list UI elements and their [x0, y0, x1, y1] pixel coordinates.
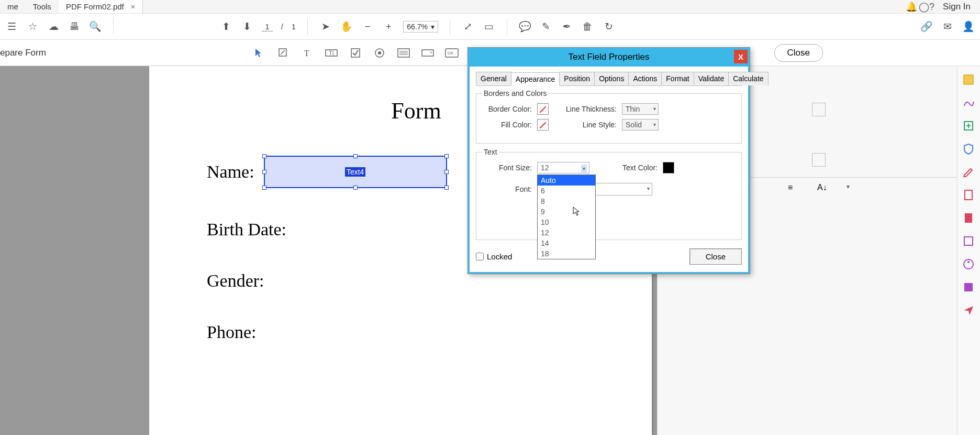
svg-point-6 [378, 51, 381, 55]
birth-date-label: Birth Date: [207, 220, 286, 240]
text-field-tool-icon[interactable]: T| [324, 45, 339, 61]
font-size-option-9[interactable]: 9 [538, 206, 595, 217]
delete-icon[interactable]: 🗑 [582, 20, 594, 33]
tab-general[interactable]: General [476, 72, 511, 85]
page-up-icon[interactable]: ⬆ [220, 20, 232, 33]
font-size-option-auto[interactable]: Auto [538, 175, 595, 186]
sign-in-link[interactable]: Sign In [933, 2, 980, 12]
search-icon[interactable]: 🔍 [89, 20, 102, 33]
note-tool-icon[interactable] [962, 73, 976, 87]
line-thickness-select[interactable]: Thin▾ [622, 103, 659, 115]
border-color-label: Border Color: [484, 105, 532, 113]
line-style-label: Line Style: [564, 121, 617, 129]
text-tool-icon[interactable]: T [299, 45, 315, 61]
button-tool-icon[interactable]: OK [444, 45, 460, 61]
rail-icon-1[interactable] [812, 103, 826, 116]
zoom-value: 66.7% [407, 23, 428, 31]
locked-checkbox[interactable] [476, 253, 484, 260]
tab-position[interactable]: Position [559, 72, 595, 85]
name-label: Name: [207, 162, 254, 182]
dialog-title-bar[interactable]: Text Field Properties X [468, 48, 750, 67]
svg-rect-25 [964, 283, 973, 291]
list-tool-icon[interactable] [396, 45, 411, 61]
fit-width-icon[interactable]: ⤢ [462, 20, 474, 33]
text-field-selected[interactable]: Text4 [264, 156, 447, 188]
export-tool-icon[interactable] [962, 119, 976, 133]
print-icon[interactable]: 🖶 [68, 20, 81, 33]
account-icon[interactable]: 👤 [962, 20, 975, 33]
close-tab-icon[interactable]: × [128, 3, 135, 11]
border-color-swatch[interactable] [537, 103, 549, 115]
tab-validate[interactable]: Validate [694, 72, 729, 85]
select-tool-icon[interactable]: ➤ [319, 20, 332, 33]
font-size-option-8[interactable]: 8 [538, 196, 595, 206]
text-field-properties-dialog: Text Field Properties X General Appearan… [467, 47, 750, 274]
font-size-option-6[interactable]: 6 [538, 186, 595, 196]
zoom-in-icon[interactable]: + [382, 20, 395, 33]
font-size-option-10[interactable]: 10 [538, 217, 595, 227]
tab-tools[interactable]: Tools [26, 0, 59, 13]
page-sep: / [281, 22, 283, 31]
tool-panel-strip [957, 66, 980, 435]
checkbox-tool-icon[interactable] [348, 45, 363, 61]
stamp-tool-icon[interactable] [962, 235, 976, 248]
radio-tool-icon[interactable] [372, 45, 387, 61]
rotate-icon[interactable]: ↻ [603, 20, 615, 33]
text-color-swatch[interactable] [663, 162, 674, 173]
dropdown-tool-icon[interactable] [420, 45, 436, 61]
tab-format[interactable]: Format [661, 72, 694, 85]
left-gutter [0, 66, 149, 435]
current-page[interactable]: 1 [262, 22, 272, 31]
cloud-upload-icon[interactable]: ☁ [47, 20, 60, 33]
zoom-dropdown[interactable]: 66.7%▾ [403, 21, 438, 32]
tab-options[interactable]: Options [594, 72, 629, 85]
help-icon[interactable]: ◯? [919, 1, 933, 13]
zoom-out-icon[interactable]: − [361, 20, 374, 33]
hand-tool-icon[interactable]: ✋ [340, 20, 353, 33]
font-size-option-18[interactable]: 18 [538, 248, 595, 259]
send-tool-icon[interactable] [962, 304, 976, 318]
sign-tool-icon[interactable] [962, 96, 976, 110]
locked-checkbox-label[interactable]: Locked [476, 252, 512, 261]
dialog-close-x[interactable]: X [734, 50, 748, 63]
sort-icon[interactable]: A↓ [817, 183, 831, 197]
dialog-close-button[interactable]: Close [689, 248, 742, 265]
tab-actions[interactable]: Actions [628, 72, 662, 85]
menu-icon[interactable]: ☰ [5, 20, 18, 33]
font-size-value: 12 [541, 164, 549, 172]
edit-tool-icon[interactable] [962, 166, 976, 179]
accessibility-icon[interactable] [962, 258, 976, 271]
notification-icon[interactable]: 🔔 [904, 1, 919, 13]
sign-icon[interactable]: ✒ [561, 20, 573, 33]
pdf-tool-icon[interactable] [962, 189, 976, 202]
rail-icon-2[interactable] [812, 153, 826, 167]
borders-colors-group: Borders and Colors Border Color: Fill Co… [476, 93, 742, 144]
tab-home[interactable]: me [0, 0, 26, 13]
pointer-tool-icon[interactable] [251, 45, 267, 61]
line-style-select[interactable]: Solid▾ [622, 119, 659, 130]
close-form-button[interactable]: Close [774, 44, 823, 62]
text-color-label: Text Color: [610, 164, 658, 172]
star-icon[interactable]: ☆ [26, 20, 39, 33]
align-icon[interactable]: ≡ [788, 183, 801, 197]
font-size-option-14[interactable]: 14 [538, 238, 595, 248]
pdf2-tool-icon[interactable] [962, 212, 976, 225]
tab-document[interactable]: PDF Form02.pdf × [59, 0, 143, 13]
page-down-icon[interactable]: ⬇ [241, 20, 253, 33]
font-size-option-12[interactable]: 12 [538, 227, 595, 238]
protect-tool-icon[interactable] [962, 143, 976, 156]
email-icon[interactable]: ✉ [941, 20, 954, 33]
tab-strip: me Tools PDF Form02.pdf × 🔔 ◯? Sign In [0, 0, 980, 14]
font-size-select[interactable]: 12 ▾ Auto 6 8 9 10 12 14 18 [537, 162, 589, 173]
comment-icon[interactable]: 💬 [519, 20, 531, 33]
tab-calculate[interactable]: Calculate [728, 72, 768, 85]
fill-color-swatch[interactable] [537, 119, 549, 130]
svg-rect-11 [422, 50, 433, 56]
line-thickness-label: Line Thickness: [564, 105, 617, 113]
tab-appearance[interactable]: Appearance [511, 72, 560, 86]
fit-page-icon[interactable]: ▭ [483, 20, 495, 33]
more-tool-icon[interactable] [962, 281, 976, 295]
highlight-icon[interactable]: ✎ [540, 20, 552, 33]
link-icon[interactable]: 🔗 [920, 20, 933, 33]
edit-text-tool-icon[interactable] [275, 45, 291, 61]
